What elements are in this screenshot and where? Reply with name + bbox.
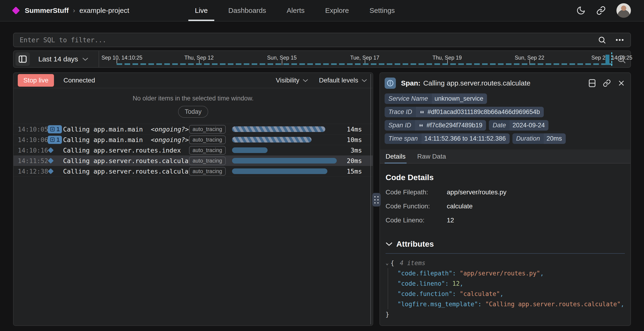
span-diamond-icon (48, 168, 54, 174)
code-function-row: Code Function: calculate (386, 202, 625, 210)
child-span-count: 1 (56, 136, 60, 143)
span-detail-panel: Span:Calling app.server.routes.calculate (380, 72, 631, 326)
link-icon (603, 79, 611, 87)
row-timestamp: 14:10:05 (18, 126, 48, 133)
log-row[interactable]: 14:12:38 Calling app.server.routes.calcu… (14, 166, 373, 176)
log-row[interactable]: 14:10:05 1 Calling app.main.main<ongoing… (14, 124, 373, 134)
badge-value: unknown_service (432, 94, 487, 104)
kv-label: Code Filepath: (386, 188, 447, 196)
json-attribute-line: "code.lineno": 12, (398, 278, 625, 289)
breadcrumb-org[interactable]: SummerStuff (25, 6, 69, 14)
row-message: Calling app.server.routes.calculate (63, 168, 189, 175)
duration-badge: Duration 20ms (512, 134, 566, 144)
info-icon (384, 78, 396, 89)
service-name-badge: Service Name unknown_service (384, 94, 487, 104)
attributes-json: ⌄ { 4 items "code.filepath": "app/server… (386, 258, 625, 320)
copy-link-button[interactable] (596, 6, 606, 15)
span-count-badge[interactable]: 1 (48, 125, 62, 134)
row-ongoing-suffix: <ongoing?> (151, 126, 189, 133)
filter-more-button[interactable] (615, 36, 624, 44)
stop-live-button[interactable]: Stop live (18, 74, 54, 87)
timeline[interactable]: Sep 10, 14:10:25 Sep 24, 14:10:25 Thu, S… (99, 51, 630, 67)
auto-tracing-tag[interactable]: auto_tracing (189, 167, 226, 176)
span-meta-badges: Service Name unknown_service Trace ID #d… (380, 91, 630, 148)
tab-settings[interactable]: Settings (363, 0, 401, 21)
time-range-dropdown[interactable]: Last 14 days (38, 55, 88, 63)
copy-span-link-button[interactable] (603, 79, 611, 87)
sidebar-toggle-button[interactable] (16, 52, 30, 66)
close-panel-button[interactable] (618, 80, 625, 87)
duration-bar (232, 148, 268, 153)
visibility-label: Visibility (276, 76, 299, 84)
code-filepath-row: Code Filepath: app/server/routes.py (386, 188, 625, 196)
badge-label: Time span (384, 134, 422, 144)
tab-details[interactable]: Details (385, 150, 406, 163)
trace-id-badge[interactable]: Trace ID #df01acad0311189c8b66a466d96965… (384, 107, 544, 117)
row-duration: 14ms (343, 126, 362, 133)
tab-dashboards[interactable]: Dashboards (222, 0, 273, 21)
timeline-current-cursor[interactable] (611, 52, 612, 66)
time-span-badge: Time span 14:11:52.366 to 14:11:52.386 (384, 134, 510, 144)
user-avatar[interactable] (616, 3, 631, 18)
sql-filter-input[interactable] (20, 36, 598, 44)
split-view-button[interactable] (588, 79, 596, 87)
panel-gap (373, 72, 380, 326)
live-view-header: Stop live Connected Visibility Default l… (14, 73, 373, 88)
panel-resize-handle[interactable] (372, 193, 381, 206)
time-range-label: Last 14 days (38, 55, 78, 63)
tab-raw-data[interactable]: Raw Data (417, 150, 446, 163)
auto-tracing-tag[interactable]: auto_tracing (189, 136, 226, 144)
close-icon (618, 80, 625, 87)
row-duration: 3ms (343, 147, 362, 154)
badge-value: 2024-09-24 (510, 120, 548, 130)
kv-value: app/server/routes.py (447, 188, 506, 196)
zoom-in-icon (616, 54, 626, 64)
moon-icon (576, 6, 586, 15)
kv-label: Code Lineno: (386, 216, 447, 224)
attributes-toggle[interactable]: Attributes (386, 240, 625, 248)
attributes-divider (386, 253, 625, 254)
log-row-selected[interactable]: 14:11:52 Calling app.server.routes.calcu… (14, 156, 373, 166)
logo-diamond-icon (12, 6, 20, 14)
tab-explore[interactable]: Explore (319, 0, 356, 21)
empty-window-message: No older items in the selected time wind… (14, 95, 373, 102)
kv-label: Code Function: (386, 202, 447, 210)
span-id-badge[interactable]: Span ID #f7c8e294f7489b19 (384, 120, 486, 130)
badge-label: Date (489, 120, 510, 130)
duration-bar (232, 126, 325, 132)
tab-live[interactable]: Live (188, 0, 214, 21)
tab-alerts[interactable]: Alerts (280, 0, 311, 21)
detail-tabs: Details Raw Data (380, 150, 630, 164)
auto-tracing-tag[interactable]: auto_tracing (189, 125, 226, 134)
row-message: Calling app.server.routes.index (63, 147, 181, 154)
log-row[interactable]: 14:10:16 Calling app.server.routes.index… (14, 145, 373, 156)
dark-mode-toggle[interactable] (576, 6, 586, 15)
default-levels-dropdown[interactable]: Default levels (319, 76, 367, 84)
json-attribute-line: "code.filepath": "app/server/routes.py", (398, 268, 625, 278)
row-timestamp: 14:11:52 (18, 157, 48, 164)
timeline-activity-spike (606, 55, 610, 65)
split-panel-icon (588, 79, 596, 87)
json-collapse-icon[interactable]: ⌄ (386, 258, 388, 268)
chevron-down-icon (386, 242, 392, 246)
badge-value: 14:11:52.366 to 14:11:52.386 (422, 134, 510, 144)
json-items-note: 4 items (400, 258, 426, 268)
auto-tracing-tag[interactable]: auto_tracing (189, 156, 226, 165)
sql-filter-bar (13, 33, 631, 47)
today-button[interactable]: Today (178, 106, 208, 118)
link-icon (418, 123, 424, 128)
badge-label: Service Name (384, 94, 432, 104)
search-button[interactable] (598, 36, 606, 44)
visibility-dropdown[interactable]: Visibility (276, 76, 308, 84)
auto-tracing-tag[interactable]: auto_tracing (189, 146, 226, 155)
row-duration: 10ms (343, 136, 362, 144)
chevron-down-icon (302, 79, 308, 82)
date-badge: Date 2024-09-24 (489, 120, 548, 130)
log-row[interactable]: 14:10:06 1 Calling app.main.main<ongoing… (14, 134, 373, 145)
timeline-start-label: Sep 10, 14:10:25 (102, 55, 142, 61)
span-count-badge[interactable]: 1 (48, 136, 62, 144)
breadcrumb-project[interactable]: example-project (80, 6, 129, 14)
row-ongoing-suffix: <ongoing?> (151, 136, 189, 144)
timeline-zoom-button[interactable] (616, 54, 626, 64)
breadcrumb-separator: › (73, 7, 75, 14)
